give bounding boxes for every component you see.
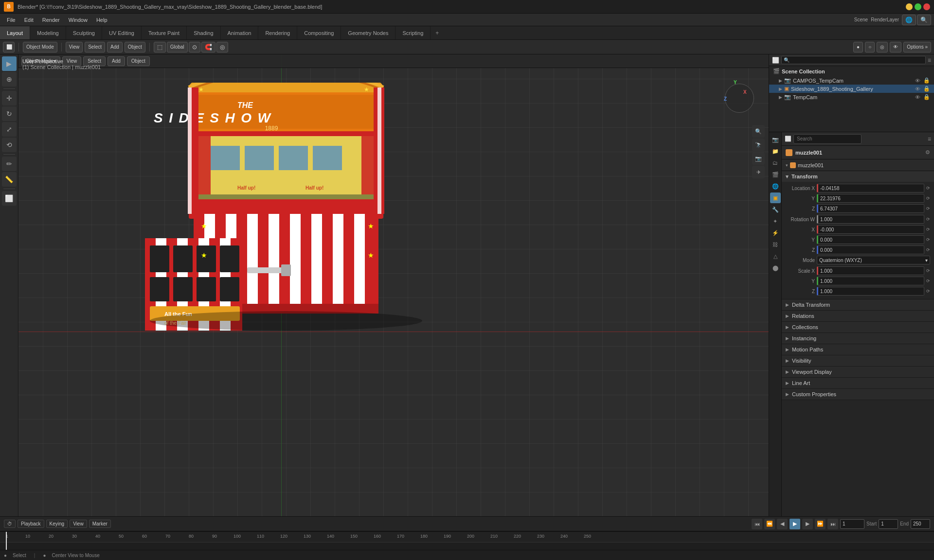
maximize-button[interactable]	[915, 3, 921, 10]
location-y-reset[interactable]: ⟳	[926, 196, 930, 201]
sideshow-eye-icon[interactable]: 👁	[915, 86, 920, 92]
tab-scripting[interactable]: Scripting	[395, 26, 431, 39]
scale-y-reset[interactable]: ⟳	[926, 279, 930, 283]
blender-online-icon[interactable]: 🌐	[902, 15, 916, 25]
add-menu-btn[interactable]: Add	[107, 42, 123, 52]
rotation-z-field[interactable]: 0.000	[817, 245, 924, 254]
scale-y-field[interactable]: 1.000	[817, 277, 924, 285]
tl-view-menu[interactable]: View	[70, 520, 87, 528]
menu-file[interactable]: File	[3, 16, 19, 24]
viewport-3d[interactable]: Object Mode ▾ View Select Add Object Use…	[18, 54, 769, 516]
tool-cursor[interactable]: ⊕	[2, 72, 17, 87]
proportional-btn[interactable]: ◎	[216, 42, 228, 52]
visibility-header[interactable]: ▶ Visibility	[782, 355, 934, 366]
tab-animation[interactable]: Animation	[221, 26, 259, 39]
zoom-out-btn[interactable]: 🔭	[752, 139, 765, 151]
rotation-w-field[interactable]: 1.000	[817, 215, 924, 224]
tempcam-lock-icon[interactable]: 🔒	[923, 94, 930, 100]
search-global-btn[interactable]: 🔍	[917, 15, 931, 25]
tab-compositing[interactable]: Compositing	[297, 26, 341, 39]
scale-x-field[interactable]: 1.000	[817, 266, 924, 275]
menu-edit[interactable]: Edit	[20, 16, 37, 24]
tool-select[interactable]: ▶	[2, 56, 17, 71]
step-back-btn[interactable]: ◀	[777, 519, 788, 529]
vp-view-btn[interactable]: View	[62, 56, 82, 66]
viewport-display-header[interactable]: ▶ Viewport Display	[782, 367, 934, 377]
tool-add-cube[interactable]: ⬜	[2, 191, 17, 206]
tl-playback-menu[interactable]: Playback	[18, 520, 44, 528]
select-menu-btn[interactable]: Select	[85, 42, 105, 52]
scale-z-reset[interactable]: ⟳	[926, 289, 930, 294]
global-transform-btn[interactable]: Global	[167, 42, 188, 52]
next-keyframe-btn[interactable]: ⏩	[815, 519, 826, 529]
timeline-ruler[interactable]: 1 10 20 30 40 50 60 70 80 90 100 110 120…	[0, 531, 934, 550]
tempcam-eye-icon[interactable]: 👁	[915, 94, 920, 100]
rotation-y-field[interactable]: 0.000	[817, 235, 924, 244]
tl-editor-type[interactable]: ⏱	[4, 520, 16, 528]
jump-start-btn[interactable]: ⏮	[752, 519, 762, 529]
prop-material-icon[interactable]: ⬤	[770, 262, 781, 273]
location-y-field[interactable]: 22.31976	[817, 194, 924, 203]
options-btn[interactable]: Options »	[903, 42, 931, 52]
tool-scale[interactable]: ⤢	[2, 122, 17, 137]
sideshow-lock-icon[interactable]: 🔒	[923, 86, 930, 92]
campos-eye-icon[interactable]: 👁	[915, 78, 920, 84]
tool-transform[interactable]: ⟲	[2, 138, 17, 152]
minimize-button[interactable]	[906, 3, 913, 10]
rotation-y-reset[interactable]: ⟳	[926, 237, 930, 242]
prop-view-layer-icon[interactable]: 🗂	[770, 158, 781, 168]
location-x-reset[interactable]: ⟳	[926, 186, 930, 191]
tl-keying-menu[interactable]: Keying	[46, 520, 68, 528]
outliner-filter-icon[interactable]: ≡	[928, 57, 931, 64]
menu-help[interactable]: Help	[92, 16, 111, 24]
camera-view-btn[interactable]: 📷	[752, 152, 765, 165]
object-mode-dropdown[interactable]: Object Mode	[23, 42, 57, 52]
end-frame-input[interactable]	[911, 519, 930, 529]
play-btn[interactable]: ▶	[790, 519, 800, 529]
prop-physics-icon[interactable]: ⚡	[770, 228, 781, 238]
close-button[interactable]	[923, 3, 930, 10]
jump-end-btn[interactable]: ⏭	[827, 519, 838, 529]
prop-modifier-icon[interactable]: 🔧	[770, 204, 781, 215]
prop-obj-settings-icon[interactable]: ⚙	[925, 149, 930, 156]
prop-particles-icon[interactable]: ✦	[770, 216, 781, 227]
collections-header[interactable]: ▶ Collections	[782, 322, 934, 332]
rotation-mode-dropdown[interactable]: Quaternion (WXYZ) ▾	[817, 256, 930, 264]
prev-keyframe-btn[interactable]: ⏪	[764, 519, 775, 529]
tab-modeling[interactable]: Modeling	[30, 26, 66, 39]
pivot-btn[interactable]: ⊙	[189, 42, 200, 52]
relations-header[interactable]: ▶ Relations	[782, 311, 934, 321]
vp-add-btn[interactable]: Add	[108, 56, 125, 66]
campos-lock-icon[interactable]: 🔒	[923, 77, 930, 84]
prop-object-icon[interactable]: ▣	[770, 192, 781, 203]
tab-uv-editing[interactable]: UV Editing	[102, 26, 142, 39]
start-frame-input[interactable]	[879, 519, 898, 529]
outliner-item-tempcam[interactable]: ▶ 📷 TempCam 👁 🔒	[769, 93, 934, 101]
rotation-x-field[interactable]: -0.000	[817, 225, 924, 234]
flythrough-btn[interactable]: ✈	[752, 166, 765, 178]
tab-texture-paint[interactable]: Texture Paint	[142, 26, 187, 39]
tl-marker-menu[interactable]: Marker	[89, 520, 111, 528]
viewport-overlays-btn[interactable]: 👁	[890, 42, 901, 52]
vp-mode-dropdown[interactable]: Object Mode ▾	[21, 56, 60, 66]
tab-shading[interactable]: Shading	[187, 26, 220, 39]
step-forward-btn[interactable]: ▶	[802, 519, 813, 529]
transform-gizmos-btn[interactable]: ⬚	[154, 42, 166, 52]
editor-type-button[interactable]: ⬜	[3, 42, 15, 52]
current-frame-input[interactable]	[840, 519, 864, 529]
scale-z-field[interactable]: 1.000	[817, 287, 924, 296]
location-z-field[interactable]: 6.74307	[817, 204, 924, 213]
outliner-item-campos[interactable]: ▶ 📷 CAMPOS_TempCam 👁 🔒	[769, 76, 934, 85]
outliner-item-sideshow[interactable]: ▶ ▣ Sideshow_1889_Shooting_Gallery 👁 🔒	[769, 85, 934, 93]
zoom-in-btn[interactable]: 🔍	[752, 125, 765, 138]
prop-scene-icon[interactable]: 🎬	[770, 169, 781, 180]
menu-window[interactable]: Window	[65, 16, 91, 24]
prop-world-icon[interactable]: 🌐	[770, 181, 781, 192]
tool-annotate[interactable]: ✏	[2, 157, 17, 171]
delta-transform-header[interactable]: ▶ Delta Transform	[782, 299, 934, 310]
custom-properties-header[interactable]: ▶ Custom Properties	[782, 389, 934, 400]
tab-rendering[interactable]: Rendering	[258, 26, 297, 39]
props-search-input[interactable]	[793, 134, 862, 144]
tab-layout[interactable]: Layout	[0, 26, 30, 39]
prop-render-icon[interactable]: 📷	[770, 134, 781, 145]
